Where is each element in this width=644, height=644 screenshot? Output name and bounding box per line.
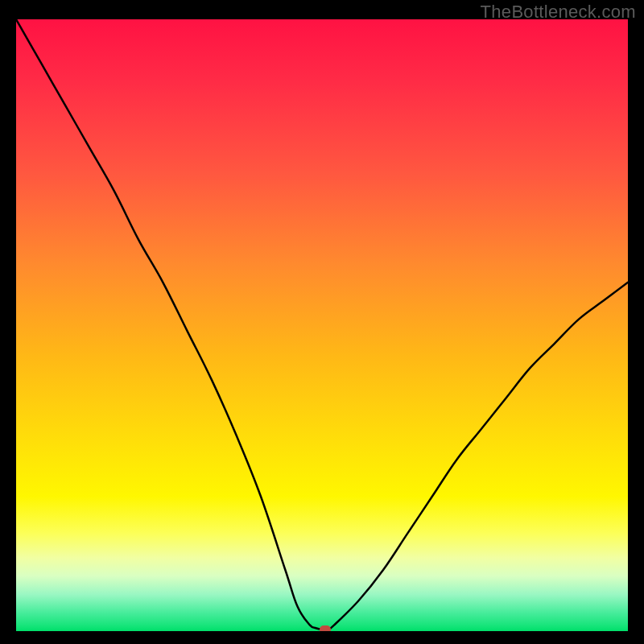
bottleneck-chart: TheBottleneck.com	[0, 0, 644, 644]
bottleneck-curve	[16, 19, 628, 631]
plot-area	[16, 19, 628, 631]
watermark-text: TheBottleneck.com	[481, 2, 636, 23]
optimal-point-marker	[320, 625, 331, 631]
